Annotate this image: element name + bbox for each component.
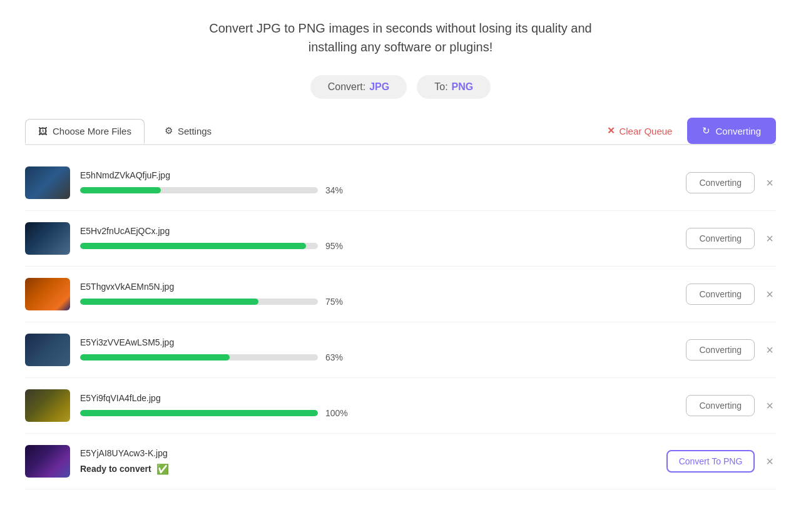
file-name: E5Hv2fnUcAEjQCx.jpg xyxy=(80,226,676,236)
spinner-icon: ↻ xyxy=(702,125,710,136)
file-converting-button[interactable]: Converting xyxy=(686,339,755,361)
file-info: E5Hv2fnUcAEjQCx.jpg95% xyxy=(80,226,676,251)
convert-label: Convert: xyxy=(328,81,365,93)
progress-percent: 95% xyxy=(325,241,352,251)
choose-more-files-button[interactable]: 🖼 Choose More Files xyxy=(25,119,145,144)
file-list: E5hNmdZVkAQfjuF.jpg34%Converting×E5Hv2fn… xyxy=(25,155,776,489)
remove-file-button[interactable]: × xyxy=(763,174,776,192)
settings-button[interactable]: ⚙ Settings xyxy=(152,119,224,143)
file-info: E5Yi3zVVEAwLSM5.jpg63% xyxy=(80,337,676,362)
file-row: E5Yi9fqVIA4fLde.jpg100%Converting× xyxy=(25,378,776,434)
ready-row: Ready to convert✅ xyxy=(80,463,656,475)
file-actions: Converting× xyxy=(686,172,776,193)
progress-row: 100% xyxy=(80,408,676,418)
gear-icon: ⚙ xyxy=(165,125,173,136)
convert-value: JPG xyxy=(369,81,389,93)
clear-queue-label: Clear Queue xyxy=(619,126,672,136)
file-actions: Converting× xyxy=(686,228,776,249)
file-converting-button[interactable]: Converting xyxy=(686,172,755,193)
to-value: PNG xyxy=(452,81,474,93)
converting-main-label: Converting xyxy=(715,126,761,136)
file-thumbnail xyxy=(25,445,70,478)
progress-bar-background xyxy=(80,410,318,416)
convert-bar: Convert: JPG To: PNG xyxy=(25,75,776,99)
hero-text: Convert JPG to PNG images in seconds wit… xyxy=(25,19,776,56)
file-thumbnail xyxy=(25,166,70,199)
progress-percent: 75% xyxy=(325,297,352,307)
file-row: E5hNmdZVkAQfjuF.jpg34%Converting× xyxy=(25,155,776,211)
progress-row: 63% xyxy=(80,352,676,362)
file-converting-button[interactable]: Converting xyxy=(686,284,755,305)
progress-row: 75% xyxy=(80,297,676,307)
progress-row: 95% xyxy=(80,241,676,251)
file-thumbnail xyxy=(25,222,70,255)
file-name: E5YjAI8UYAcw3-K.jpg xyxy=(80,448,656,458)
file-info: E5hNmdZVkAQfjuF.jpg34% xyxy=(80,170,676,195)
file-thumbnail xyxy=(25,278,70,310)
choose-files-label: Choose More Files xyxy=(53,126,131,136)
ready-check-icon: ✅ xyxy=(156,463,169,475)
remove-file-button[interactable]: × xyxy=(763,230,776,247)
progress-bar-background xyxy=(80,299,318,305)
progress-bar-fill xyxy=(80,354,230,361)
progress-percent: 34% xyxy=(325,185,352,195)
progress-row: 34% xyxy=(80,185,676,195)
file-actions: Converting× xyxy=(686,395,776,416)
remove-file-button[interactable]: × xyxy=(763,285,776,303)
remove-file-button[interactable]: × xyxy=(763,397,776,414)
converting-main-button[interactable]: ↻ Converting xyxy=(687,118,776,144)
remove-file-button[interactable]: × xyxy=(763,453,776,470)
progress-bar-fill xyxy=(80,410,318,416)
progress-percent: 63% xyxy=(325,352,352,362)
progress-bar-background xyxy=(80,354,318,361)
to-label: To: xyxy=(434,81,447,93)
convert-to-pill: To: PNG xyxy=(417,75,491,99)
progress-bar-fill xyxy=(80,243,306,249)
file-row: E5Hv2fnUcAEjQCx.jpg95%Converting× xyxy=(25,211,776,267)
image-plus-icon: 🖼 xyxy=(38,126,48,136)
file-info: E5YjAI8UYAcw3-K.jpgReady to convert✅ xyxy=(80,448,656,475)
progress-bar-fill xyxy=(80,299,258,305)
file-info: E5Yi9fqVIA4fLde.jpg100% xyxy=(80,393,676,418)
ready-text: Ready to convert xyxy=(80,464,151,474)
file-row: E5YjAI8UYAcw3-K.jpgReady to convert✅Conv… xyxy=(25,434,776,489)
file-name: E5Yi3zVVEAwLSM5.jpg xyxy=(80,337,676,347)
file-actions: Converting× xyxy=(686,339,776,361)
file-row: E5ThgvxVkAEMn5N.jpg75%Converting× xyxy=(25,267,776,322)
progress-percent: 100% xyxy=(325,408,352,418)
hero-section: Convert JPG to PNG images in seconds wit… xyxy=(25,19,776,56)
convert-to-png-button[interactable]: Convert To PNG xyxy=(666,450,755,473)
settings-label: Settings xyxy=(178,126,212,136)
file-name: E5Yi9fqVIA4fLde.jpg xyxy=(80,393,676,403)
toolbar: 🖼 Choose More Files ⚙ Settings ✕ Clear Q… xyxy=(25,118,776,145)
file-name: E5ThgvxVkAEMn5N.jpg xyxy=(80,282,676,292)
x-icon: ✕ xyxy=(607,125,615,136)
file-thumbnail xyxy=(25,334,70,366)
file-converting-button[interactable]: Converting xyxy=(686,228,755,249)
file-thumbnail xyxy=(25,389,70,422)
file-actions: Convert To PNG× xyxy=(666,450,776,473)
file-info: E5ThgvxVkAEMn5N.jpg75% xyxy=(80,282,676,307)
progress-bar-background xyxy=(80,187,318,193)
file-actions: Converting× xyxy=(686,284,776,305)
progress-bar-fill xyxy=(80,187,161,193)
clear-queue-button[interactable]: ✕ Clear Queue xyxy=(607,125,672,136)
progress-bar-background xyxy=(80,243,318,249)
remove-file-button[interactable]: × xyxy=(763,341,776,359)
file-row: E5Yi3zVVEAwLSM5.jpg63%Converting× xyxy=(25,322,776,378)
file-converting-button[interactable]: Converting xyxy=(686,395,755,416)
file-name: E5hNmdZVkAQfjuF.jpg xyxy=(80,170,676,180)
convert-from-pill: Convert: JPG xyxy=(310,75,407,99)
